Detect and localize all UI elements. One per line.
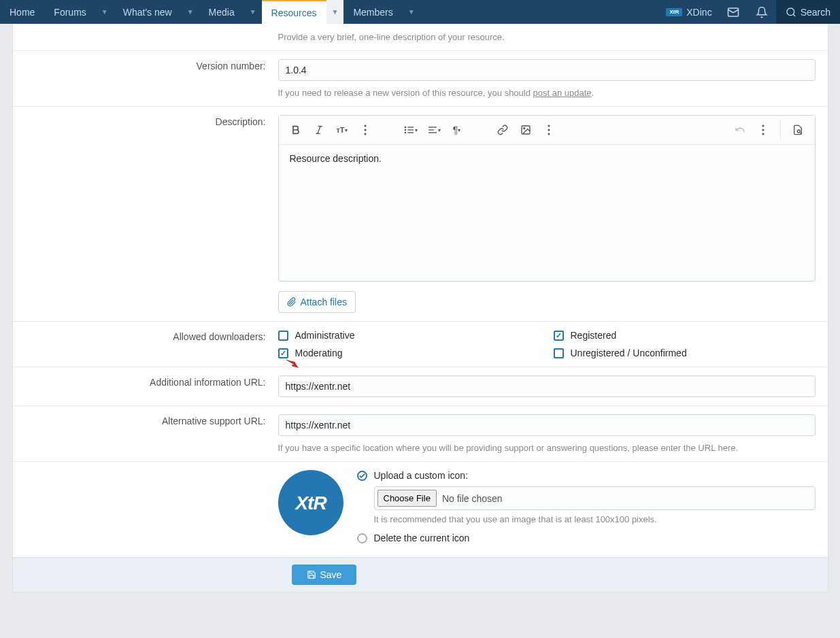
nav-user-menu[interactable]: XtR XDinc: [659, 7, 718, 18]
version-hint: If you need to release a new version of …: [278, 88, 816, 98]
link-button[interactable]: [492, 120, 513, 140]
support-url-input[interactable]: [278, 414, 816, 436]
nav-home[interactable]: Home: [0, 0, 44, 24]
support-url-row: Alternative support URL: If you have a s…: [13, 405, 828, 461]
image-button[interactable]: [516, 120, 536, 140]
svg-point-14: [405, 132, 405, 133]
info-url-label: Additional information URL:: [13, 367, 278, 405]
file-input[interactable]: Choose File No file chosen: [374, 486, 816, 510]
svg-point-22: [548, 133, 550, 135]
inbox-icon[interactable]: [719, 0, 747, 24]
list-button[interactable]: ▾: [401, 120, 421, 140]
checkbox-icon: [554, 331, 564, 341]
svg-point-6: [364, 125, 366, 127]
svg-text:XtR: XtR: [294, 492, 327, 514]
choose-file-button[interactable]: Choose File: [377, 490, 437, 507]
checkbox-icon: [278, 331, 288, 341]
nav-forums[interactable]: Forums: [44, 0, 95, 24]
user-name: XDinc: [686, 7, 711, 18]
svg-marker-28: [292, 363, 299, 368]
nav-media[interactable]: Media: [199, 0, 244, 24]
info-url-row: Additional information URL:: [13, 367, 828, 405]
checkbox-unregistered[interactable]: Unregistered / Unconfirmed: [554, 348, 816, 358]
svg-point-1: [787, 8, 794, 16]
attach-files-button[interactable]: Attach files: [278, 291, 356, 313]
undo-button[interactable]: [730, 120, 750, 140]
support-url-hint: If you have a specific location where yo…: [278, 443, 816, 453]
checkbox-label: Moderating: [295, 348, 343, 358]
icon-row: XtR Upload a custom icon: Choose File No…: [13, 461, 828, 557]
nav-search[interactable]: Search: [776, 0, 840, 24]
radio-icon: [357, 471, 367, 481]
version-input[interactable]: [278, 59, 816, 81]
top-navbar: Home Forums ▼ What's new ▼ Media ▼ Resou…: [0, 0, 840, 24]
nav-members-dropdown[interactable]: ▼: [403, 0, 420, 24]
nav-whatsnew-dropdown[interactable]: ▼: [182, 0, 199, 24]
red-arrow-annotation: [285, 358, 299, 368]
form-container: Provide a very brief, one-line descripti…: [12, 24, 828, 592]
svg-point-19: [523, 128, 524, 129]
svg-point-25: [762, 133, 764, 135]
downloaders-row: Allowed downloaders: Administrative Regi…: [13, 321, 828, 367]
svg-line-2: [793, 14, 795, 16]
more-toolbar-button[interactable]: [753, 120, 773, 140]
svg-point-20: [548, 125, 550, 127]
nav-left: Home Forums ▼ What's new ▼ Media ▼ Resou…: [0, 0, 420, 24]
radio-icon: [357, 533, 367, 543]
tagline-row: Provide a very brief, one-line descripti…: [13, 24, 828, 50]
svg-point-13: [405, 129, 405, 130]
checkbox-icon: [278, 348, 288, 358]
nav-resources[interactable]: Resources: [262, 0, 326, 24]
nav-members[interactable]: Members: [343, 0, 402, 24]
support-url-label: Alternative support URL:: [13, 406, 278, 461]
nav-resources-dropdown[interactable]: ▼: [326, 0, 344, 24]
radio-delete-icon[interactable]: Delete the current icon: [357, 533, 816, 543]
nav-whatsnew[interactable]: What's new: [114, 0, 182, 24]
info-url-input[interactable]: [278, 375, 816, 397]
italic-button[interactable]: [309, 120, 329, 140]
user-avatar: XtR: [666, 8, 682, 16]
paragraph-button[interactable]: ¶▾: [447, 120, 467, 140]
paperclip-icon: [287, 297, 297, 307]
checkbox-administrative[interactable]: Administrative: [278, 330, 540, 341]
svg-point-24: [762, 129, 764, 131]
bell-icon[interactable]: [747, 0, 776, 24]
file-name-display: No file chosen: [442, 493, 503, 504]
search-icon: [786, 7, 796, 18]
description-label: Description:: [13, 107, 278, 321]
nav-forums-dropdown[interactable]: ▼: [96, 0, 114, 24]
more-text-button[interactable]: [355, 120, 375, 140]
editor-content[interactable]: Resource description.: [279, 145, 815, 281]
radio-upload-icon[interactable]: Upload a custom icon:: [357, 470, 816, 481]
align-button[interactable]: ▾: [424, 120, 444, 140]
more-insert-button[interactable]: [539, 120, 559, 140]
checkbox-label: Registered: [571, 330, 617, 341]
tagline-hint: Provide a very brief, one-line descripti…: [278, 32, 816, 42]
post-update-link[interactable]: post an update: [533, 88, 592, 98]
svg-point-8: [364, 133, 366, 135]
nav-media-dropdown[interactable]: ▼: [244, 0, 262, 24]
checkbox-registered[interactable]: Registered: [554, 330, 816, 341]
checkbox-label: Administrative: [295, 330, 355, 341]
editor-toolbar: тT▾ ▾ ▾ ¶▾: [279, 116, 815, 145]
version-label: Version number:: [13, 51, 278, 106]
save-icon: [307, 570, 316, 580]
svg-point-12: [405, 127, 405, 127]
icon-size-hint: It is recommended that you use an image …: [374, 514, 816, 524]
checkbox-icon: [554, 348, 564, 358]
version-row: Version number: If you need to release a…: [13, 50, 828, 106]
svg-point-7: [364, 129, 366, 131]
svg-line-5: [318, 127, 320, 134]
description-row: Description: тT▾ ▾ ▾ ¶▾: [13, 106, 828, 321]
radio-label: Delete the current icon: [374, 533, 470, 543]
checkbox-label: Unregistered / Unconfirmed: [571, 348, 687, 358]
svg-point-21: [548, 129, 550, 131]
font-size-button[interactable]: тT▾: [332, 120, 352, 140]
preview-button[interactable]: [788, 120, 808, 140]
downloaders-grid: Administrative Registered Moderating Unr…: [278, 330, 816, 358]
resource-icon-preview: XtR: [278, 470, 343, 535]
save-button[interactable]: Save: [292, 565, 357, 585]
bold-button[interactable]: [286, 120, 306, 140]
search-label: Search: [801, 7, 830, 18]
checkbox-moderating[interactable]: Moderating: [278, 348, 540, 358]
